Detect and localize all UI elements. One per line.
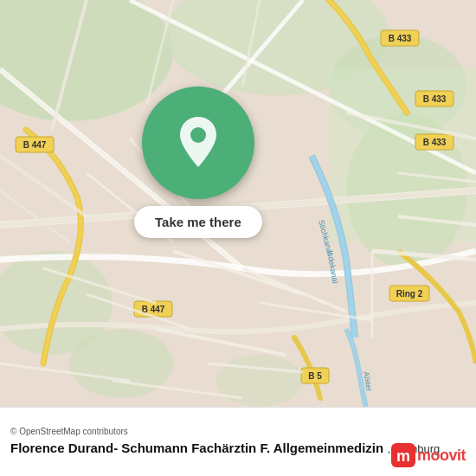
svg-point-8: [216, 355, 303, 407]
map-container: B 447 B 447 B 433 B 433 B 433 Stichkanal…: [0, 0, 476, 407]
svg-text:B 5: B 5: [308, 371, 322, 381]
moovit-text: moovit: [417, 447, 466, 465]
location-pin-icon: [177, 117, 220, 169]
svg-text:B 433: B 433: [423, 94, 447, 104]
moovit-logo: m moovit: [391, 443, 466, 467]
business-name: Florence Durand- Schumann Fachärztin F. …: [10, 441, 383, 455]
moovit-icon: m: [391, 443, 415, 467]
svg-point-54: [190, 127, 206, 143]
navigation-pin-overlay[interactable]: Take me there: [134, 87, 262, 238]
svg-text:B 433: B 433: [389, 34, 412, 43]
map-attribution: © OpenStreetMap contributors: [10, 427, 466, 436]
pin-circle: [142, 87, 254, 199]
svg-text:m: m: [396, 447, 410, 465]
bottom-bar: © OpenStreetMap contributors Florence Du…: [0, 407, 476, 476]
svg-text:B 447: B 447: [23, 140, 47, 150]
take-me-there-button[interactable]: Take me there: [134, 206, 262, 238]
svg-text:Ring 2: Ring 2: [396, 289, 423, 299]
svg-text:B 433: B 433: [423, 138, 447, 147]
